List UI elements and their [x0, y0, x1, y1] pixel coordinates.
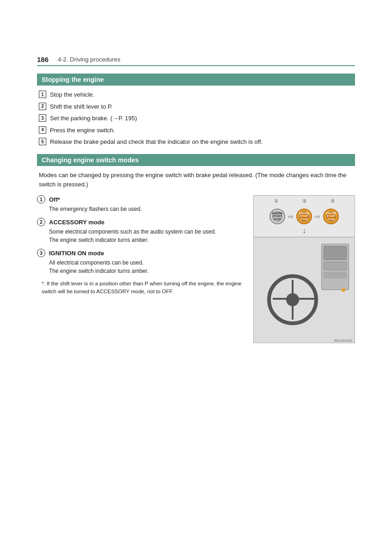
step-text-3: Set the parking brake. (→P. 195)	[50, 114, 137, 123]
step-4: 4 Press the engine switch.	[37, 126, 355, 135]
mode-3-desc-1: All electrical components can be used.	[37, 259, 246, 267]
switch-inner-3: ENGINESTARTSTOP	[326, 211, 336, 222]
switch-label-3: ③	[331, 198, 335, 204]
instrument-display-1	[324, 246, 347, 260]
mode-2-desc-2: The engine switch indicator turns amber.	[37, 236, 246, 244]
stopping-steps-list: 1 Stop the vehicle. 2 Shift the shift le…	[37, 90, 355, 147]
chapter-title: 4-2. Driving procedures	[58, 56, 120, 63]
mode-2-num: 2	[37, 218, 45, 226]
down-arrow: ↓	[302, 227, 306, 235]
step-3: 3 Set the parking brake. (→P. 195)	[37, 114, 355, 123]
dashboard-image: ① ② ③ ENGINESTARTSTOP ⇨ E	[253, 195, 355, 343]
changing-section: Changing engine switch modes Modes can b…	[37, 154, 355, 344]
step-text-1: Stop the vehicle.	[50, 90, 94, 99]
page-number: 186	[37, 56, 49, 63]
switch-inner-1: ENGINESTARTSTOP	[272, 211, 282, 222]
arrow-2: ⇨	[315, 213, 320, 220]
modes-list: 1 Off* The emergency flashers can be use…	[37, 195, 246, 296]
intro-text: Modes can be changed by pressing the eng…	[37, 171, 355, 190]
switch-inner-2: ENGINESTARTSTOP	[299, 211, 309, 222]
mode-3-num: 3	[37, 249, 45, 257]
step-text-5: Release the brake pedal and check that t…	[50, 137, 263, 147]
mode-1-desc-1: The emergency flashers can be used.	[37, 205, 246, 213]
mode-1: 1 Off* The emergency flashers can be use…	[37, 195, 246, 213]
mode-1-header: 1 Off*	[37, 195, 246, 204]
mode-2-desc-1: Some electrical components such as the a…	[37, 228, 246, 236]
amber-indicator	[342, 288, 345, 292]
two-col-layout: 1 Off* The emergency flashers can be use…	[37, 195, 355, 343]
header-bar: 186 4-2. Driving procedures	[37, 56, 355, 66]
step-1: 1 Stop the vehicle.	[37, 90, 355, 99]
step-num-4: 4	[39, 126, 46, 134]
steering-wheel-container	[281, 265, 318, 325]
switch-label-2: ②	[302, 198, 306, 204]
mode-3-title: IGNITION ON mode	[49, 250, 104, 257]
mode-1-num: 1	[37, 195, 45, 204]
footnote: *: If the shift lever is in a position o…	[37, 280, 246, 296]
page: 186 4-2. Driving procedures Stopping the…	[0, 0, 392, 555]
step-2: 2 Shift the shift lever to P.	[37, 102, 355, 111]
switch-btn-2: ENGINESTARTSTOP	[296, 209, 312, 224]
switch-btn-1: ENGINESTARTSTOP	[270, 209, 285, 224]
instrument-cluster	[321, 244, 349, 290]
switch-panel: ① ② ③ ENGINESTARTSTOP ⇨ E	[254, 196, 355, 237]
instrument-display-3	[324, 272, 347, 278]
mode-2-title: ACCESSORY mode	[49, 219, 104, 226]
stopping-engine-header: Stopping the engine	[37, 74, 355, 86]
step-num-3: 3	[39, 114, 46, 122]
step-text-4: Press the engine switch.	[50, 126, 115, 135]
step-5: 5 Release the brake pedal and check that…	[37, 137, 355, 147]
mode-3-header: 3 IGNITION ON mode	[37, 249, 246, 257]
step-num-2: 2	[39, 103, 46, 110]
step-num-5: 5	[39, 138, 46, 145]
step-num-1: 1	[39, 91, 46, 98]
mode-3-desc-2: The engine switch indicator turns amber.	[37, 267, 246, 275]
spoke-bottom	[292, 304, 294, 320]
dashboard-illustration: ① ② ③ ENGINESTARTSTOP ⇨ E	[253, 195, 355, 343]
switch-btn-3: ENGINESTARTSTOP	[323, 209, 339, 224]
dash-bottom: INDUGX002	[254, 237, 355, 343]
spoke-top	[292, 280, 294, 295]
switch-label-1: ①	[274, 198, 278, 204]
image-label: INDUGX002	[334, 339, 352, 342]
mode-2: 2 ACCESSORY mode Some electrical compone…	[37, 218, 246, 244]
mode-3: 3 IGNITION ON mode All electrical compon…	[37, 249, 246, 275]
changing-engine-header: Changing engine switch modes	[37, 154, 355, 166]
switch-group: ENGINESTARTSTOP ⇨ ENGINESTARTSTOP ⇨ ENGI…	[270, 209, 339, 224]
instrument-display-2	[324, 262, 347, 270]
mode-2-header: 2 ACCESSORY mode	[37, 218, 246, 226]
step-text-2: Shift the shift lever to P.	[50, 102, 113, 111]
mode-1-title: Off*	[49, 196, 60, 203]
arrow-1: ⇨	[288, 213, 294, 220]
steering-wheel	[267, 274, 318, 325]
